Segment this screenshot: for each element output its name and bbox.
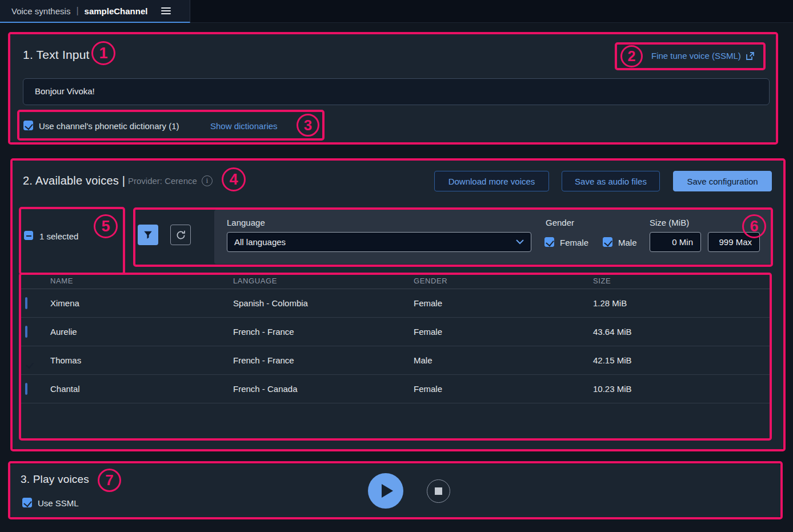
- size-filter-label: Size (MiB): [650, 218, 689, 227]
- refresh-button[interactable]: [170, 225, 191, 245]
- top-bar: Voice synthesis | sampleChannel: [0, 0, 793, 23]
- cell-size: 10.23 MiB: [593, 384, 772, 394]
- stop-button[interactable]: [427, 479, 450, 503]
- cell-name: Ximena: [50, 298, 233, 308]
- cell-gender: Female: [414, 298, 593, 308]
- female-label: Female: [560, 238, 588, 247]
- table-row-thomas[interactable]: Thomas French - France Male 42.15 MiB: [19, 346, 772, 375]
- play-voices-section: 3. Play voices Use SSML: [10, 464, 780, 517]
- cell-language: French - France: [233, 355, 414, 365]
- size-min-input[interactable]: 0 Min: [650, 232, 701, 252]
- tab-separator: |: [76, 6, 78, 16]
- filter-panel: Language All languages Gender Female Mal…: [214, 210, 772, 264]
- app-title: Voice synthesis: [11, 6, 70, 16]
- language-select[interactable]: All languages: [227, 232, 531, 252]
- section2-title: 2. Available voices |: [23, 174, 125, 187]
- chevron-down-icon: [516, 239, 524, 245]
- fine-tune-link-label: Fine tune voice (SSML): [651, 51, 741, 61]
- col-header-name: NAME: [50, 277, 233, 285]
- section3-title: 3. Play voices: [21, 473, 89, 486]
- col-header-size: SIZE: [593, 277, 772, 285]
- download-more-voices-button[interactable]: Download more voices: [434, 171, 549, 191]
- language-filter-label: Language: [227, 218, 265, 227]
- channel-name: sampleChannel: [85, 6, 148, 16]
- channel-tab[interactable]: Voice synthesis | sampleChannel: [0, 0, 190, 23]
- size-max-input[interactable]: 999 Max: [708, 232, 760, 252]
- show-dictionaries-link[interactable]: Show dictionaries: [210, 121, 278, 131]
- play-icon: [382, 484, 393, 498]
- language-select-value: All languages: [234, 237, 286, 247]
- phonetic-dictionary-label: Use channel's phonetic dictionary (1): [39, 121, 179, 131]
- voices-table-header: NAME LANGUAGE GENDER SIZE: [19, 273, 772, 289]
- info-icon[interactable]: i: [202, 175, 213, 186]
- text-input-section: 1. Text Input Fine tune voice (SSML) Bon…: [10, 34, 776, 142]
- external-link-icon: [746, 51, 755, 61]
- male-label: Male: [618, 238, 637, 247]
- cell-size: 43.64 MiB: [593, 327, 772, 337]
- use-ssml-checkbox[interactable]: [22, 498, 32, 507]
- use-ssml-label: Use SSML: [38, 498, 79, 508]
- provider-label: Provider: Cerence: [128, 176, 197, 186]
- save-as-audio-files-button[interactable]: Save as audio files: [562, 171, 660, 191]
- cell-gender: Female: [414, 384, 593, 394]
- cell-size: 1.28 MiB: [593, 298, 772, 308]
- save-configuration-button[interactable]: Save configuration: [673, 171, 772, 191]
- cell-name: Aurelie: [50, 327, 233, 337]
- cell-name: Chantal: [50, 384, 233, 394]
- cell-gender: Female: [414, 327, 593, 337]
- table-row-chantal[interactable]: Chantal French - Canada Female 10.23 MiB: [19, 375, 772, 403]
- cell-size: 42.15 MiB: [593, 355, 772, 365]
- cell-language: Spanish - Colombia: [233, 298, 414, 308]
- filter-button[interactable]: [138, 225, 158, 245]
- filter-funnel-icon: [143, 230, 153, 240]
- row-checkbox[interactable]: [25, 297, 27, 309]
- fine-tune-voice-link[interactable]: Fine tune voice (SSML): [651, 51, 741, 61]
- stop-icon: [435, 487, 442, 495]
- cell-name: Thomas: [50, 355, 233, 365]
- voices-table: NAME LANGUAGE GENDER SIZE Ximena Spanish…: [19, 273, 772, 403]
- section1-title: 1. Text Input: [23, 48, 90, 62]
- row-checkbox[interactable]: [25, 383, 27, 395]
- col-header-language: LANGUAGE: [233, 277, 414, 285]
- selected-count: 1 selected: [39, 231, 78, 241]
- select-all-checkbox[interactable]: [24, 231, 33, 240]
- play-button[interactable]: [368, 473, 403, 509]
- cell-language: French - France: [233, 327, 414, 337]
- phonetic-dictionary-checkbox[interactable]: [23, 121, 33, 130]
- app-window: Voice synthesis | sampleChannel 1. Text …: [0, 0, 793, 532]
- cell-language: French - Canada: [233, 384, 414, 394]
- gender-filter-label: Gender: [546, 218, 574, 227]
- table-row-ximena[interactable]: Ximena Spanish - Colombia Female 1.28 Mi…: [19, 289, 772, 318]
- table-row-aurelie[interactable]: Aurelie French - France Female 43.64 MiB: [19, 318, 772, 346]
- refresh-icon: [175, 230, 186, 241]
- col-header-gender: GENDER: [414, 277, 593, 285]
- cell-gender: Male: [414, 355, 593, 365]
- text-input-field[interactable]: Bonjour Vivoka!: [23, 78, 770, 105]
- row-checkbox[interactable]: [25, 326, 27, 338]
- male-checkbox[interactable]: [603, 237, 612, 247]
- hamburger-menu-icon[interactable]: [161, 7, 171, 14]
- female-checkbox[interactable]: [544, 237, 554, 247]
